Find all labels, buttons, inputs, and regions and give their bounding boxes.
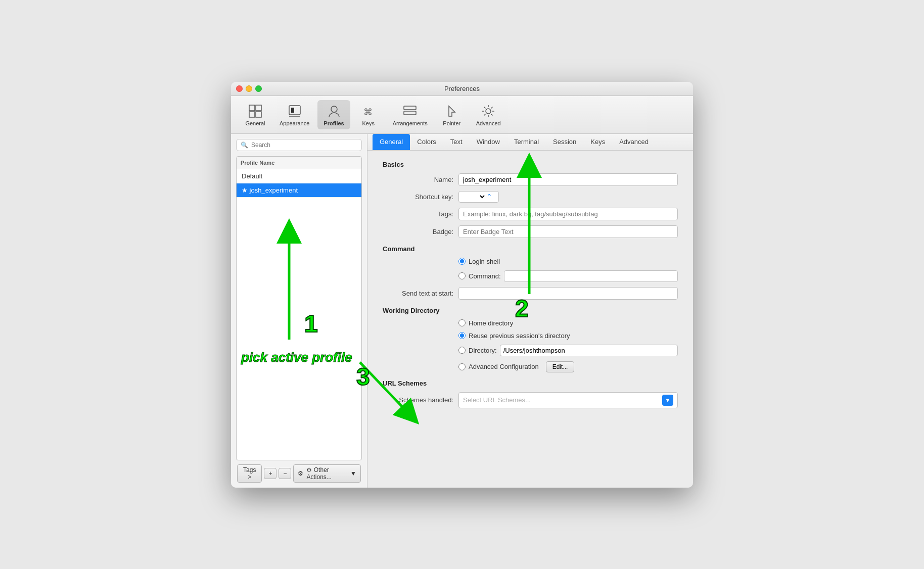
toolbar-item-pointer[interactable]: Pointer xyxy=(436,100,468,129)
tabs-bar: General Colors Text Window Terminal Sess… xyxy=(367,134,693,151)
svg-line-21 xyxy=(491,107,493,108)
svg-rect-6 xyxy=(256,112,261,117)
login-shell-radio[interactable] xyxy=(458,258,466,265)
working-dir-title: Working Directory xyxy=(383,307,678,314)
keys-icon: ⌘ xyxy=(360,103,377,119)
adv-config-radio[interactable] xyxy=(458,363,466,370)
adv-config-label: Advanced Configuration xyxy=(469,363,539,370)
tab-session[interactable]: Session xyxy=(546,134,583,151)
tab-text[interactable]: Text xyxy=(443,134,470,151)
name-input[interactable] xyxy=(458,173,678,186)
minimize-button[interactable] xyxy=(246,85,252,92)
shortcut-chevron-icon: ⌃ xyxy=(486,193,492,201)
schemes-select[interactable]: Select URL Schemes... ▼ xyxy=(458,392,678,408)
search-input[interactable] xyxy=(251,141,357,149)
toolbar-item-keys[interactable]: ⌘ Keys xyxy=(352,100,385,129)
toolbar-label-keys: Keys xyxy=(362,120,374,126)
titlebar: Preferences xyxy=(231,82,693,96)
svg-line-22 xyxy=(484,114,486,115)
toolbar-item-profiles[interactable]: Profiles xyxy=(317,100,350,129)
toolbar-label-appearance: Appearance xyxy=(280,120,309,126)
toolbar: General Appearance Profiles ⌘ Keys Arran… xyxy=(231,96,693,134)
reuse-radio-row: Reuse previous session's directory xyxy=(458,332,570,340)
toolbar-item-general[interactable]: General xyxy=(239,100,271,129)
adv-config-row: Advanced Configuration Edit... xyxy=(383,361,678,372)
search-box[interactable]: 🔍 xyxy=(236,139,362,151)
send-text-input[interactable] xyxy=(458,287,678,300)
search-icon: 🔍 xyxy=(241,141,248,149)
reuse-radio[interactable] xyxy=(458,332,466,339)
shortcut-dropdown[interactable] xyxy=(461,193,486,201)
home-dir-radio[interactable] xyxy=(458,319,466,326)
profile-item-default[interactable]: Default xyxy=(237,169,361,183)
sidebar-bottom: Tags > + − ⚙ ⚙ Other Actions... ▼ xyxy=(236,464,362,483)
profile-list-header: Profile Name xyxy=(237,157,361,169)
basics-section-title: Basics xyxy=(383,161,678,168)
badge-row: Badge: xyxy=(383,225,678,238)
command-radio-row: Command: xyxy=(458,270,678,282)
svg-rect-3 xyxy=(249,105,255,111)
advanced-icon xyxy=(480,103,496,119)
toolbar-label-pointer: Pointer xyxy=(443,120,460,126)
tab-advanced[interactable]: Advanced xyxy=(612,134,656,151)
badge-input[interactable] xyxy=(458,225,678,238)
svg-line-19 xyxy=(484,107,486,108)
svg-text:⌘: ⌘ xyxy=(363,107,373,117)
shortcut-label: Shortcut key: xyxy=(383,193,458,201)
tags-button[interactable]: Tags > xyxy=(237,464,262,483)
home-dir-label: Home directory xyxy=(469,319,513,327)
schemes-row: Schemes handled: Select URL Schemes... ▼ xyxy=(383,392,678,408)
pointer-icon xyxy=(444,103,460,119)
close-button[interactable] xyxy=(236,85,243,92)
login-shell-radio-row: Login shell xyxy=(458,258,500,265)
reuse-label: Reuse previous session's directory xyxy=(469,332,570,340)
tags-row: Tags: xyxy=(383,208,678,220)
profile-list: Profile Name Default ★ josh_experiment xyxy=(236,156,362,460)
window-title: Preferences xyxy=(444,85,480,92)
tab-terminal[interactable]: Terminal xyxy=(507,134,546,151)
maximize-button[interactable] xyxy=(255,85,262,92)
url-section-title: URL Schemes xyxy=(383,380,678,387)
svg-rect-7 xyxy=(289,106,300,115)
detail-panel: General Colors Text Window Terminal Sess… xyxy=(367,134,693,488)
home-dir-radio-row: Home directory xyxy=(458,319,513,327)
reuse-row: Reuse previous session's directory xyxy=(383,332,678,340)
schemes-label: Schemes handled: xyxy=(383,396,458,404)
tags-label: Tags: xyxy=(383,210,458,218)
schemes-dropdown-arrow[interactable]: ▼ xyxy=(662,395,673,406)
profile-item-josh[interactable]: ★ josh_experiment xyxy=(237,183,361,198)
login-shell-label: Login shell xyxy=(469,258,500,265)
command-row: Command: xyxy=(383,270,678,282)
shortcut-select[interactable]: ⌃ xyxy=(458,191,499,203)
appearance-icon xyxy=(287,103,303,119)
general-icon xyxy=(247,103,263,119)
tab-window[interactable]: Window xyxy=(470,134,507,151)
svg-rect-12 xyxy=(404,106,416,110)
directory-input[interactable] xyxy=(500,345,678,356)
tags-input[interactable] xyxy=(458,208,678,220)
command-input[interactable] xyxy=(504,270,678,282)
tab-keys[interactable]: Keys xyxy=(583,134,612,151)
svg-point-14 xyxy=(486,109,491,114)
add-profile-button[interactable]: + xyxy=(264,468,276,479)
toolbar-label-profiles: Profiles xyxy=(324,120,344,126)
toolbar-label-general: General xyxy=(245,120,265,126)
toolbar-item-advanced[interactable]: Advanced xyxy=(470,100,507,129)
other-actions-button[interactable]: ⚙ ⚙ Other Actions... ▼ xyxy=(293,464,361,483)
svg-rect-8 xyxy=(291,108,294,113)
tab-general[interactable]: General xyxy=(373,134,410,151)
tab-colors[interactable]: Colors xyxy=(410,134,443,151)
send-text-row: Send text at start: xyxy=(383,287,678,300)
command-section-title: Command xyxy=(383,245,678,253)
toolbar-item-arrangements[interactable]: Arrangements xyxy=(387,100,434,129)
name-label: Name: xyxy=(383,176,458,183)
name-row: Name: xyxy=(383,173,678,186)
command-radio[interactable] xyxy=(458,272,466,279)
toolbar-item-appearance[interactable]: Appearance xyxy=(273,100,315,129)
shortcut-row: Shortcut key: ⌃ xyxy=(383,191,678,203)
remove-profile-button[interactable]: − xyxy=(279,468,291,479)
edit-button[interactable]: Edit... xyxy=(546,361,575,372)
directory-radio[interactable] xyxy=(458,347,466,354)
sidebar: 🔍 Profile Name Default ★ josh_experiment… xyxy=(231,134,367,488)
other-actions-arrow: ▼ xyxy=(350,470,356,477)
